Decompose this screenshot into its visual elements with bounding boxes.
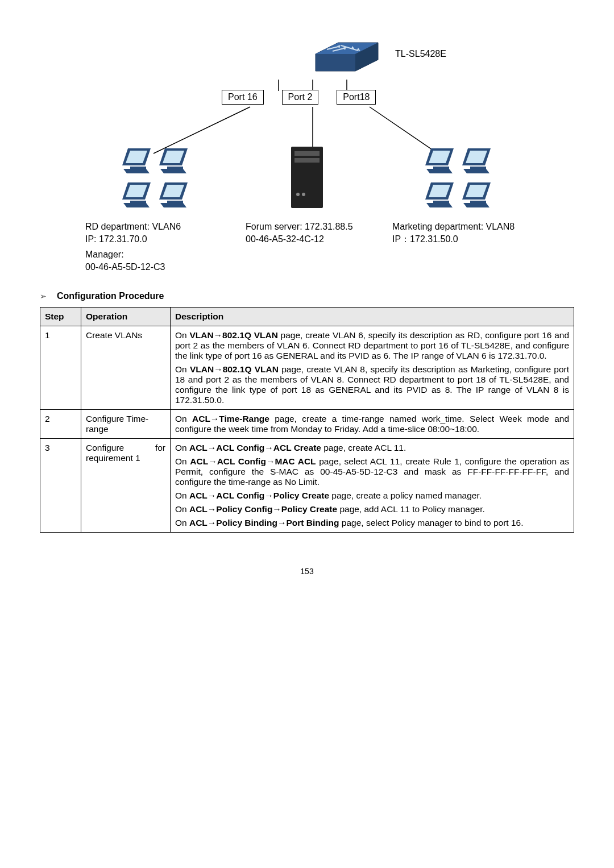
svg-marker-29 [160, 203, 186, 207]
svg-marker-42 [463, 169, 489, 173]
rd-label-1: RD department: VLAN6 [85, 221, 235, 233]
server-entity [237, 143, 377, 216]
network-diagram: TL-SL5428E Port 16 Port 2 Port18 [85, 34, 529, 274]
operation-text: Configure for requirement 1 [86, 443, 165, 463]
entity-labels: RD department: VLAN6 IP: 172.31.70.0 Man… [85, 221, 529, 274]
svg-rect-16 [130, 167, 146, 169]
switch-block: TL-SL5428E [227, 34, 529, 74]
desc-bold: VLAN→802.1Q VLAN [190, 364, 279, 374]
forum-label-2: 00-46-A5-32-4C-12 [246, 233, 382, 246]
svg-rect-49 [470, 201, 486, 203]
marketing-entity [388, 146, 529, 216]
svg-rect-20 [167, 167, 183, 169]
step-cell: 1 [40, 326, 81, 409]
pc-icon [423, 146, 456, 175]
operation-cell: Create VLANs [81, 326, 171, 409]
desc-text: page, add ACL 11 to Policy manager. [337, 504, 485, 514]
svg-rect-41 [470, 167, 486, 169]
desc-bold: ACL→Policy Config→Policy Create [189, 504, 337, 514]
mkt-label-1: Marketing department: VLAN8 [392, 221, 529, 233]
svg-marker-21 [160, 169, 186, 173]
bullet-arrow-icon: ➢ [40, 292, 47, 301]
desc-bold: ACL→ACL Config→MAC ACL [190, 456, 316, 466]
description-cell: On VLAN→802.1Q VLAN page, create VLAN 6,… [171, 326, 574, 409]
desc-text: page, select Policy manager to bind to p… [339, 518, 523, 528]
svg-rect-32 [294, 158, 320, 163]
procedure-table: Step Operation Description 1 Create VLAN… [40, 307, 574, 533]
desc-text: On [175, 414, 192, 423]
desc-bold: ACL→ACL Config→Policy Create [189, 491, 329, 500]
switch-icon [310, 34, 384, 74]
desc-text: On [175, 491, 189, 500]
desc-text: On [175, 456, 190, 466]
pc-icon [157, 180, 190, 209]
svg-rect-31 [294, 151, 320, 156]
svg-point-34 [302, 193, 305, 196]
svg-rect-30 [291, 147, 323, 208]
desc-text: page, create a policy named manager. [329, 491, 482, 500]
page-number: 153 [40, 567, 574, 576]
desc-text: On [175, 443, 189, 452]
configuration-procedure-heading: ➢ Configuration Procedure [40, 291, 574, 301]
description-cell: On ACL→ACL Config→ACL Create page, creat… [171, 438, 574, 532]
desc-text: page, create ACL 11. [321, 443, 406, 452]
server-icon [284, 143, 330, 211]
description-cell: On ACL→Time-Range page, create a time-ra… [171, 409, 574, 438]
operation-cell: Configure Time-range [81, 409, 171, 438]
port16-label: Port 16 [222, 90, 264, 105]
manager-label-2: 00-46-A5-5D-12-C3 [85, 261, 235, 273]
table-row: 3 Configure for requirement 1 On ACL→ACL… [40, 438, 574, 532]
svg-point-33 [296, 193, 300, 196]
manager-label-1: Manager: [85, 248, 235, 261]
pc-icon [460, 180, 493, 209]
th-step: Step [40, 307, 81, 326]
desc-text: On [175, 364, 190, 374]
svg-rect-24 [130, 201, 146, 203]
svg-marker-38 [426, 169, 453, 173]
desc-bold: ACL→ACL Config→ACL Create [189, 443, 321, 452]
forum-label-1: Forum server: 172.31.88.5 [246, 221, 382, 233]
rd-entity [85, 146, 226, 216]
pc-icon [120, 146, 153, 175]
svg-marker-2 [316, 54, 355, 71]
desc-text: On [175, 330, 189, 340]
port2-label: Port 2 [282, 90, 319, 105]
th-description: Description [171, 307, 574, 326]
svg-rect-45 [433, 201, 449, 203]
desc-text: On [175, 518, 189, 528]
svg-rect-28 [167, 201, 183, 203]
operation-cell: Configure for requirement 1 [81, 438, 171, 532]
svg-marker-50 [463, 203, 489, 207]
svg-rect-37 [433, 167, 449, 169]
desc-text: On [175, 504, 189, 514]
table-row: 1 Create VLANs On VLAN→802.1Q VLAN page,… [40, 326, 574, 409]
svg-marker-25 [123, 203, 150, 207]
pc-icon [460, 146, 493, 175]
mkt-label-2: IP：172.31.50.0 [392, 233, 529, 246]
switch-label: TL-SL5428E [395, 49, 446, 59]
port18-label: Port18 [337, 90, 376, 105]
th-operation: Operation [81, 307, 171, 326]
svg-marker-46 [426, 203, 453, 207]
desc-bold: ACL→Time-Range [192, 414, 269, 423]
svg-marker-17 [123, 169, 150, 173]
step-cell: 2 [40, 409, 81, 438]
table-row: 2 Configure Time-range On ACL→Time-Range… [40, 409, 574, 438]
procedure-title: Configuration Procedure [57, 291, 164, 301]
pc-icon [157, 146, 190, 175]
pc-icon [423, 180, 456, 209]
desc-bold: ACL→Policy Binding→Port Binding [189, 518, 339, 528]
step-cell: 3 [40, 438, 81, 532]
rd-label-2: IP: 172.31.70.0 [85, 233, 235, 246]
pc-icon [120, 180, 153, 209]
desc-bold: VLAN→802.1Q VLAN [189, 330, 277, 340]
